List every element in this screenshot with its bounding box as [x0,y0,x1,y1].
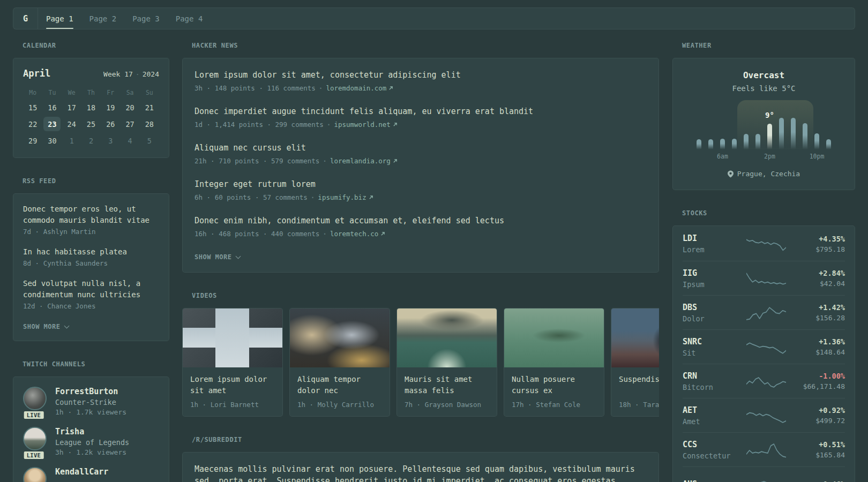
stock-price: $165.84 [794,451,845,459]
calendar-day: 2 [81,133,101,148]
subreddit-card: Maecenas mollis pulvinar erat non posuer… [182,452,659,482]
weather-bar-current [767,124,772,149]
twitch-channel-name[interactable]: Trisha [55,427,129,436]
stock-sparkline [746,269,786,288]
calendar-year: 2024 [143,70,159,78]
weather-location: Prague, Czechia [737,170,800,178]
stocks-list: LDILorem+4.35%$795.18IIGIpsum+2.84%$42.0… [683,227,845,482]
stock-row[interactable]: LDILorem+4.35%$795.18 [683,227,845,261]
tab-page-2[interactable]: Page 2 [81,8,125,29]
hackernews-item-source[interactable]: loremdomain.com [326,84,386,92]
video-card[interactable]: Mauris sit amet massa felis7h · Grayson … [396,308,497,417]
video-row: Lorem ipsum dolor sit amet consectetu…1h… [182,308,659,417]
stock-symbol: DBS [683,303,738,312]
stock-row[interactable]: CCSConsectetur+0.51%$165.84 [683,432,845,466]
twitch-avatar-wrap[interactable]: LIVE [23,427,47,456]
calendar-day: 1 [62,133,81,148]
tab-page-3[interactable]: Page 3 [124,8,168,29]
left-column: CALENDAR April Week 17·2024 MoTuWeThFrSa… [13,42,169,482]
stock-row[interactable]: DBSDolor+1.42%$156.28 [683,295,845,329]
weather-bar-slot [705,100,717,149]
separator-dot: · [322,156,327,166]
separator-dot: · [310,192,316,202]
video-title: Aliquam tempor dolor nec pharetra… [297,374,382,396]
hackernews-item-source[interactable]: ipsumify.biz [318,193,366,201]
twitch-avatar-wrap[interactable] [23,467,47,482]
weather-bar [720,139,725,149]
weather-bar [744,134,749,149]
stock-row[interactable]: SNRCSit+1.36%$148.64 [683,329,845,364]
weather-bar [732,139,737,149]
stock-values: -1.00%$66,171.48 [794,372,845,390]
stock-id: LDILorem [683,234,738,254]
hackernews-item-metaline: 3h · 148 points · 116 comments·loremdoma… [194,83,647,93]
stock-change: -1.00% [794,372,845,380]
stock-row[interactable]: AETAmet+0.92%$499.72 [683,398,845,432]
avatar [23,387,47,410]
top-nav: G Page 1Page 2Page 3Page 4 [13,7,855,29]
video-card[interactable]: Lorem ipsum dolor sit amet consectetu…1h… [182,308,283,417]
twitch-channel-name[interactable]: KendallCarr [55,467,108,477]
stock-spark-wrap [738,475,794,482]
subreddit-post-list: Maecenas mollis pulvinar erat non posuer… [194,463,647,482]
hackernews-item-title[interactable]: Donec imperdiet augue tincidunt felis al… [194,106,647,117]
tab-page-4[interactable]: Page 4 [168,8,211,29]
hackernews-item-title[interactable]: Lorem ipsum dolor sit amet, consectetur … [194,69,647,81]
hackernews-item-metaline: 1d · 1,414 points · 299 comments·ipsumwo… [194,119,647,130]
weather-bar-slot [740,100,752,149]
weather-bar [803,123,807,149]
video-card[interactable]: Suspendisse diam18h · Tara [611,308,659,417]
weather-bar [697,139,701,149]
hackernews-item-title[interactable]: Donec enim nibh, condimentum et accumsan… [194,215,647,227]
hackernews-item-source[interactable]: loremtech.co [330,230,378,238]
video-card[interactable]: Aliquam tempor dolor nec pharetra…1h · M… [289,308,390,417]
subreddit-post-title[interactable]: Maecenas mollis pulvinar erat non posuer… [194,463,647,482]
weather-bar [708,139,713,149]
app-logo[interactable]: G [13,8,38,29]
avatar [23,467,47,482]
stocks-widget-title: STOCKS [682,209,855,217]
calendar-day: 22 [23,117,42,131]
hackernews-item-source[interactable]: loremlandia.org [330,157,391,165]
video-title: Nullam posuere cursus ex [512,374,596,396]
calendar-day: 30 [42,133,62,148]
video-thumbnail [397,308,497,367]
rss-item-title[interactable]: Donec tempor eros leo, ut commodo mauris… [23,204,159,226]
hackernews-item-source[interactable]: ipsumworld.net [334,120,390,129]
stock-row[interactable]: IIGIpsum+2.84%$42.04 [683,261,845,295]
hackernews-item-title[interactable]: Aliquam nec cursus elit [194,142,647,154]
tab-page-1[interactable]: Page 1 [38,8,81,29]
stock-symbol: CCS [683,440,738,449]
rss-item-meta: 8d · Cynthia Saunders [23,259,159,267]
twitch-channel-name[interactable]: ForrestBurton [55,387,126,396]
show-more-button[interactable]: SHOW MORE [194,253,240,261]
twitch-channel-meta: 3h · 1.2k viewers [55,448,129,456]
video-meta: 17h · Stefan Cole [512,401,596,409]
twitch-widget-title: TWITCH CHANNELS [23,360,169,368]
stock-row[interactable]: CRNBitcorn-1.00%$66,171.48 [683,364,845,398]
hackernews-item: Donec enim nibh, condimentum et accumsan… [194,215,647,239]
weather-widget: WEATHER Overcast Feels like 5°C 9° 6am2p… [672,42,855,190]
calendar-week-year: Week 17·2024 [103,70,159,78]
video-card-body: Nullam posuere cursus ex17h · Stefan Col… [504,367,604,416]
rss-item-title[interactable]: Sed volutpat nulla nisl, a condimentum n… [23,278,159,300]
rss-widget: RSS FEED Donec tempor eros leo, ut commo… [13,177,169,341]
hackernews-item-meta: 3h · 148 points · 116 comments [194,84,316,92]
calendar-day: 4 [120,133,139,148]
stock-name: Bitcorn [683,383,738,391]
twitch-avatar-wrap[interactable]: LIVE [23,387,47,416]
calendar-day: 25 [81,117,101,131]
calendar-day: 28 [140,117,159,131]
hackernews-item-title[interactable]: Integer eget rutrum lorem [194,178,647,190]
stock-symbol: LDI [683,234,738,243]
show-more-button[interactable]: SHOW MORE [23,323,69,330]
hackernews-item: Aliquam nec cursus elit21h · 710 points … [194,142,647,166]
stock-change: +2.84% [794,269,845,277]
rss-item-title[interactable]: In hac habitasse platea [23,246,159,258]
hackernews-item-metaline: 6h · 60 points · 57 comments·ipsumify.bi… [194,192,647,202]
hackernews-item: Lorem ipsum dolor sit amet, consectetur … [194,69,647,93]
video-title: Suspendisse diam [619,374,659,396]
video-card[interactable]: Nullam posuere cursus ex17h · Stefan Col… [504,308,604,417]
hackernews-widget: HACKER NEWS Lorem ipsum dolor sit amet, … [182,42,659,273]
stock-row[interactable]: AHS+0.46% [683,466,845,482]
